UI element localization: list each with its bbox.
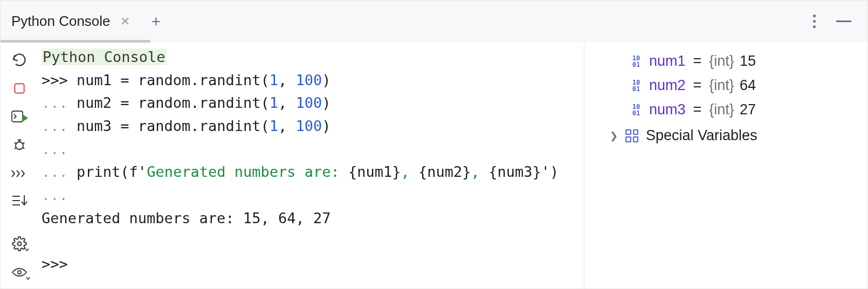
code-line: ... bbox=[42, 184, 584, 207]
minimize-icon[interactable] bbox=[836, 20, 851, 22]
python-console-tool-window: Python Console ✕ + bbox=[0, 0, 868, 289]
console-title: Python Console bbox=[42, 49, 167, 65]
variable-row[interactable]: 1001 num1 = {int} 15 bbox=[595, 49, 857, 73]
svg-line-5 bbox=[15, 142, 17, 143]
variable-type: {int} bbox=[709, 77, 734, 94]
variable-value: 64 bbox=[740, 77, 756, 94]
chevron-right-icon: ❯ bbox=[609, 130, 618, 142]
stop-icon[interactable] bbox=[10, 81, 29, 95]
equals: = bbox=[691, 53, 704, 70]
empty-line bbox=[42, 230, 584, 253]
variable-row[interactable]: 1001 num2 = {int} 64 bbox=[595, 73, 857, 98]
variable-name: num3 bbox=[649, 101, 686, 118]
kebab-menu-icon[interactable] bbox=[810, 11, 819, 31]
variable-value: 27 bbox=[740, 101, 756, 118]
svg-marker-2 bbox=[23, 115, 27, 121]
console-output[interactable]: Python Console >>> num1 = random.randint… bbox=[38, 43, 584, 288]
variables-panel: 1001 num1 = {int} 15 1001 num2 = {int} 6… bbox=[584, 43, 867, 288]
code-line: ... bbox=[42, 138, 584, 161]
execute-icon[interactable] bbox=[10, 109, 29, 123]
variable-type: {int} bbox=[709, 53, 734, 70]
equals: = bbox=[691, 77, 704, 94]
code-line: >>> num1 = random.randint(1, 100) bbox=[42, 69, 584, 92]
svg-rect-0 bbox=[15, 84, 24, 93]
tab-bar-right bbox=[810, 11, 862, 31]
new-console-icon[interactable] bbox=[10, 167, 29, 180]
svg-point-3 bbox=[16, 142, 23, 149]
settings-icon[interactable] bbox=[10, 236, 29, 251]
scroll-to-end-icon[interactable] bbox=[10, 194, 29, 208]
output-line: Generated numbers are: 15, 64, 27 bbox=[42, 207, 584, 230]
tab-python-console[interactable]: Python Console ✕ bbox=[6, 9, 135, 34]
visibility-icon[interactable] bbox=[10, 265, 29, 279]
variable-value: 15 bbox=[740, 53, 756, 70]
variable-row[interactable]: 1001 num3 = {int} 27 bbox=[595, 98, 857, 122]
special-variables-label: Special Variables bbox=[646, 127, 757, 144]
variable-type: {int} bbox=[709, 101, 734, 118]
svg-rect-1 bbox=[12, 111, 23, 122]
tab-bar-left: Python Console ✕ + bbox=[6, 9, 165, 34]
special-variables-row[interactable]: ❯ Special Variables bbox=[595, 122, 857, 144]
close-tab-icon[interactable]: ✕ bbox=[120, 15, 130, 29]
svg-point-14 bbox=[18, 242, 22, 246]
add-tab-button[interactable]: + bbox=[147, 12, 166, 31]
svg-line-6 bbox=[23, 142, 25, 143]
int-type-icon: 1001 bbox=[629, 102, 644, 118]
code-line: ... num3 = random.randint(1, 100) bbox=[42, 115, 584, 138]
tab-label: Python Console bbox=[11, 13, 111, 30]
code-line: ... num2 = random.randint(1, 100) bbox=[42, 92, 584, 115]
left-toolbar bbox=[1, 43, 38, 288]
body: Python Console >>> num1 = random.randint… bbox=[1, 43, 867, 288]
svg-point-15 bbox=[18, 271, 21, 274]
prompt-line[interactable]: >>> bbox=[42, 253, 584, 276]
debug-icon[interactable] bbox=[10, 137, 29, 153]
tab-bar: Python Console ✕ + bbox=[1, 1, 867, 43]
int-type-icon: 1001 bbox=[629, 54, 644, 69]
svg-line-8 bbox=[23, 148, 25, 149]
code-line: ... print(f'Generated numbers are: {num1… bbox=[42, 161, 584, 184]
equals: = bbox=[691, 101, 704, 118]
grid-icon bbox=[625, 129, 638, 142]
variable-name: num1 bbox=[649, 53, 686, 70]
variable-name: num2 bbox=[649, 77, 686, 94]
int-type-icon: 1001 bbox=[629, 78, 644, 93]
svg-line-7 bbox=[15, 148, 17, 149]
rerun-icon[interactable] bbox=[10, 52, 29, 67]
